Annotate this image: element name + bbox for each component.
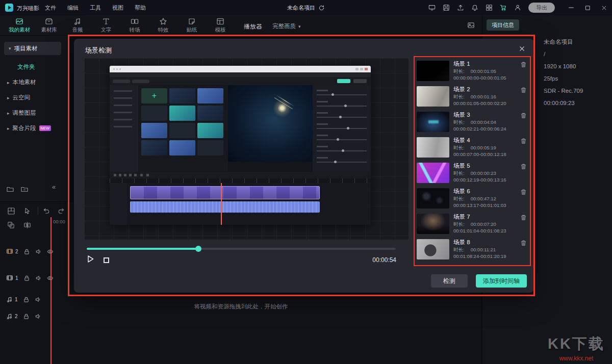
- chevron-right-icon: ▸: [7, 95, 10, 100]
- delete-scene-icon[interactable]: [520, 61, 527, 68]
- duration-value: 00:00:09:23: [544, 97, 583, 109]
- sidebar-item-adjustment-layer[interactable]: ▸ 调整图层: [7, 109, 36, 117]
- track-manager-icon[interactable]: [7, 207, 15, 215]
- framerate-value: 25fps: [544, 72, 583, 85]
- new-folder-icon[interactable]: [6, 185, 14, 193]
- upload-icon[interactable]: [457, 4, 464, 11]
- delete-scene-icon[interactable]: [520, 138, 527, 144]
- store-cart-icon[interactable]: [500, 4, 507, 11]
- frame-slider: [317, 99, 367, 110]
- close-button[interactable]: [596, 0, 612, 15]
- timeline-playhead[interactable]: [50, 217, 52, 364]
- quality-value: 完整画质: [272, 22, 296, 30]
- scene-row[interactable]: 场景 5 时长:00:00:00:23 00:00:12:19-00:00:13…: [417, 161, 528, 187]
- stop-button[interactable]: [104, 257, 109, 263]
- project-path-value: /: [544, 48, 583, 60]
- scene-row[interactable]: 场景 2 时长:00:00:01:16 00:00:01:05-00:00:02…: [417, 85, 528, 110]
- menu-help[interactable]: 帮助: [135, 4, 146, 12]
- apps-grid-icon[interactable]: [486, 4, 493, 11]
- mute-icon[interactable]: [35, 275, 42, 281]
- timeline-empty-hint: 将视频和资源拖拽到此处，开始创作: [0, 303, 482, 310]
- layers-icon[interactable]: [7, 221, 15, 229]
- sync-icon[interactable]: [318, 5, 325, 11]
- detection-progress-slider[interactable]: [87, 248, 396, 250]
- mute-icon[interactable]: [35, 296, 41, 303]
- lock-icon[interactable]: [23, 313, 30, 320]
- tab-templates[interactable]: 模板: [208, 15, 233, 36]
- scene-row[interactable]: 场景 8 时长:00:00:11:21 00:01:08:24-00:01:20…: [417, 238, 528, 263]
- project-info-tab[interactable]: 项目信息: [487, 19, 519, 31]
- sidebar-item-compound-clip[interactable]: ▸ 聚合片段 NEW: [7, 124, 51, 132]
- menu-file[interactable]: 文件: [45, 4, 56, 12]
- detect-button[interactable]: 检测: [431, 274, 468, 288]
- scene-range: 00:00:07:00-00:00:12:18: [453, 151, 506, 158]
- frame-slider: [317, 88, 367, 98]
- scene-row[interactable]: 场景 3 时长:00:00:04:04 00:00:02:21-00:00:06…: [417, 110, 528, 136]
- tab-audio[interactable]: 音频: [65, 15, 90, 36]
- transition-icon: [131, 17, 139, 25]
- frame-thumb: [169, 106, 195, 121]
- save-icon[interactable]: [443, 4, 450, 11]
- lock-icon[interactable]: [23, 248, 30, 255]
- delete-scene-icon[interactable]: [520, 189, 527, 195]
- menu-edit[interactable]: 编辑: [67, 4, 79, 12]
- scene-row[interactable]: 场景 7 时长:00:00:07:20 00:01:01:04-00:01:08…: [417, 212, 528, 238]
- delete-scene-icon[interactable]: [520, 240, 527, 246]
- tab-transitions[interactable]: 转场: [122, 15, 147, 36]
- tab-text[interactable]: 文字: [94, 15, 118, 36]
- track-number: 1: [15, 275, 18, 281]
- menu-view[interactable]: 视图: [112, 4, 123, 12]
- delete-scene-icon[interactable]: [520, 87, 527, 93]
- audio-track-icon: [6, 313, 13, 320]
- scene-duration: 00:00:11:21: [471, 247, 496, 252]
- maximize-button[interactable]: [579, 0, 596, 15]
- scene-range: 00:00:01:05-00:00:02:20: [453, 100, 506, 107]
- export-button[interactable]: 导出: [528, 3, 555, 13]
- tab-stickers[interactable]: 贴纸: [180, 15, 204, 36]
- snapshot-icon[interactable]: [467, 21, 475, 29]
- undo-icon[interactable]: [43, 207, 50, 215]
- slider-knob[interactable]: [195, 246, 201, 252]
- tab-stock-media[interactable]: 素材库: [37, 15, 61, 36]
- scene-row[interactable]: 场景 4 时长:00:00:05:19 00:00:07:00-00:00:12…: [417, 136, 528, 161]
- video-track-2-header[interactable]: 2: [0, 241, 68, 262]
- quality-dropdown[interactable]: 完整画质 ▾: [272, 22, 301, 30]
- video-track-1-header[interactable]: 1: [0, 268, 68, 288]
- menu-tools[interactable]: 工具: [90, 4, 101, 12]
- frame-slider: [317, 122, 367, 132]
- split-icon[interactable]: [23, 221, 31, 229]
- scene-row[interactable]: 场景 1 时长:00:00:01:05 00:00:00:00-00:00:01…: [417, 59, 528, 85]
- notifications-icon[interactable]: [471, 4, 478, 11]
- frame-thumb: [197, 106, 223, 121]
- delete-scene-icon[interactable]: [520, 214, 527, 221]
- lock-icon[interactable]: [23, 296, 30, 303]
- delete-scene-icon[interactable]: [520, 163, 527, 170]
- sidebar-item-folder[interactable]: 文件夹: [17, 63, 35, 71]
- collapse-panel-icon[interactable]: «: [52, 183, 56, 191]
- minimize-button[interactable]: [563, 0, 579, 15]
- scene-row[interactable]: 场景 6 时长:00:00:47:12 00:00:13:17-00:01:01…: [417, 187, 528, 212]
- audio-track-2-header[interactable]: 2: [0, 309, 68, 323]
- mute-icon[interactable]: [35, 248, 42, 255]
- sidebar-item-cloud[interactable]: ▸ 云空间: [7, 94, 30, 101]
- account-icon[interactable]: [514, 4, 521, 11]
- layout-icon[interactable]: [428, 4, 436, 11]
- stock-icon: [45, 17, 53, 25]
- lock-icon[interactable]: [23, 275, 30, 281]
- add-to-timeline-button[interactable]: 添加到时间轴: [476, 274, 527, 288]
- mute-icon[interactable]: [35, 313, 41, 320]
- close-icon[interactable]: [518, 45, 526, 53]
- play-button[interactable]: [85, 254, 95, 266]
- tab-my-media[interactable]: 我的素材: [6, 15, 33, 36]
- sidebar-item-project-media[interactable]: ▾ 项目素材: [4, 42, 61, 55]
- app-name: 万兴喵影: [17, 5, 39, 12]
- frame-track-headers: [110, 183, 127, 225]
- track-number: 1: [15, 297, 18, 302]
- frame-thumb: [197, 123, 223, 138]
- tab-effects[interactable]: 特效: [151, 15, 175, 36]
- pointer-tool-icon[interactable]: [23, 207, 31, 215]
- redo-icon[interactable]: [57, 207, 65, 215]
- delete-scene-icon[interactable]: [520, 112, 527, 119]
- delete-folder-icon[interactable]: [20, 185, 29, 193]
- sidebar-item-local-media[interactable]: ▸ 本地素材: [7, 79, 36, 86]
